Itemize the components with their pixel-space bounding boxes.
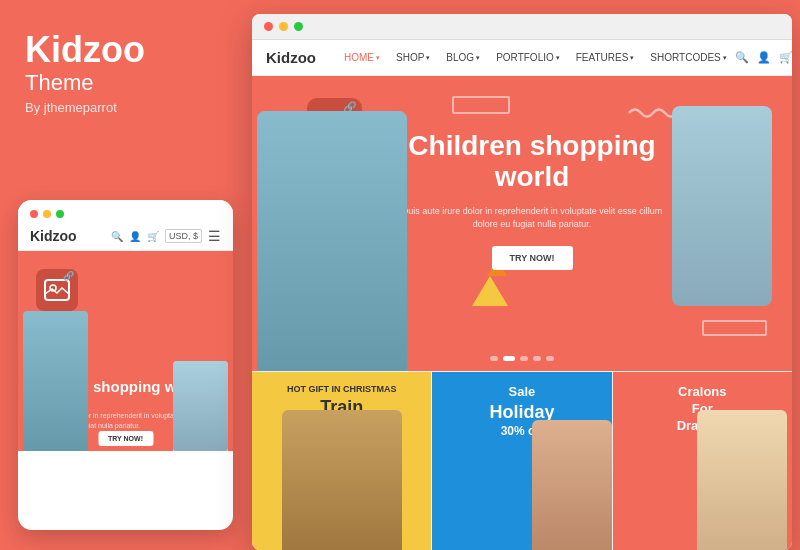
deco-rect-top <box>452 96 510 114</box>
mobile-hero-logo: 🔗 <box>36 269 78 311</box>
mobile-hero: 🔗 Children shopping world Duis aute irur… <box>18 251 233 451</box>
site-hero: 🔗 ‹ Children shopping world Duis aute ir… <box>252 76 792 371</box>
browser-mockup: Kidzoo HOME ▾ SHOP ▾ BLOG ▾ PORTFOLIO ▾ … <box>252 14 792 550</box>
site-nav: Kidzoo HOME ▾ SHOP ▾ BLOG ▾ PORTFOLIO ▾ … <box>252 40 792 76</box>
hero-content: Children shopping world Duis aute irure … <box>392 131 672 270</box>
hero-carousel-dots <box>490 356 554 361</box>
nav-cart-icon[interactable]: 🛒 <box>779 51 792 64</box>
nav-right-icons: 🔍 👤 🛒 USD, $ <box>735 45 792 71</box>
nav-items: HOME ▾ SHOP ▾ BLOG ▾ PORTFOLIO ▾ FEATURE… <box>336 52 735 63</box>
mobile-user-icon[interactable]: 👤 <box>129 231 141 242</box>
site-logo: Kidzoo <box>266 49 316 66</box>
mobile-dot-red <box>30 210 38 218</box>
nav-item-home[interactable]: HOME ▾ <box>336 52 388 63</box>
nav-search-icon[interactable]: 🔍 <box>735 51 749 64</box>
nav-caret-blog: ▾ <box>476 54 480 62</box>
deco-triangle-yellow <box>472 276 508 306</box>
hero-dot-4[interactable] <box>533 356 541 361</box>
nav-caret-portfolio: ▾ <box>556 54 560 62</box>
hero-dot-5[interactable] <box>546 356 554 361</box>
product-card-cralons[interactable]: Cralons For Drawing <box>613 372 792 550</box>
product-card-train[interactable]: HOT GIFT IN CHRISTMAS Train <box>252 372 432 550</box>
nav-item-portfolio[interactable]: PORTFOLIO ▾ <box>488 52 568 63</box>
nav-item-shop[interactable]: SHOP ▾ <box>388 52 438 63</box>
hero-dot-1[interactable] <box>490 356 498 361</box>
mobile-search-icon[interactable]: 🔍 <box>111 231 123 242</box>
product-train-image <box>282 410 402 550</box>
browser-dot-yellow <box>279 22 288 31</box>
product-cralons-line1: Cralons <box>613 384 792 401</box>
nav-caret-features: ▾ <box>630 54 634 62</box>
product-cralons-image <box>697 410 787 550</box>
hero-baby-image <box>672 106 772 306</box>
brand-subtitle: Theme <box>25 70 223 96</box>
product-train-line1: HOT GIFT IN CHRISTMAS <box>252 384 431 396</box>
nav-item-features[interactable]: FEATURES ▾ <box>568 52 643 63</box>
brand-name: Kidzoo <box>25 30 223 70</box>
mobile-menu-icon[interactable]: ☰ <box>208 228 221 244</box>
mobile-mockup: Kidzoo 🔍 👤 🛒 USD, $ ☰ 🔗 Children shoppin… <box>18 200 233 530</box>
mobile-cta-button[interactable]: TRY NOW! <box>98 431 153 446</box>
hero-girl-image <box>257 111 407 371</box>
nav-caret-shop: ▾ <box>426 54 430 62</box>
nav-user-icon[interactable]: 👤 <box>757 51 771 64</box>
mobile-browser-dots <box>18 200 233 224</box>
mobile-cart-icon[interactable]: 🛒 <box>147 231 159 242</box>
mobile-dot-yellow <box>43 210 51 218</box>
browser-dot-green <box>294 22 303 31</box>
mobile-header: Kidzoo 🔍 👤 🛒 USD, $ ☰ <box>18 224 233 251</box>
mobile-dot-green <box>56 210 64 218</box>
hero-dot-2[interactable] <box>503 356 515 361</box>
mobile-hero-girl <box>23 311 88 451</box>
nav-item-blog[interactable]: BLOG ▾ <box>438 52 488 63</box>
browser-chrome <box>252 14 792 40</box>
hero-title: Children shopping world <box>392 131 672 193</box>
mobile-currency[interactable]: USD, $ <box>165 229 202 243</box>
hero-desc: Duis aute irure dolor in reprehenderit i… <box>392 205 672 232</box>
mobile-nav-icons: 🔍 👤 🛒 USD, $ ☰ <box>111 228 221 244</box>
hero-dot-3[interactable] <box>520 356 528 361</box>
nav-caret-home: ▾ <box>376 54 380 62</box>
deco-rect-bottom <box>702 320 767 336</box>
hero-cta-button[interactable]: TRY NOW! <box>492 246 573 270</box>
products-row: HOT GIFT IN CHRISTMAS Train Sale Holiday… <box>252 371 792 550</box>
nav-caret-shortcodes: ▾ <box>723 54 727 62</box>
mobile-hero-baby <box>173 361 228 451</box>
brand-author: By jthemeparrot <box>25 100 223 115</box>
product-sale-image <box>532 420 612 550</box>
product-sale-line1: Sale <box>432 384 611 401</box>
browser-dot-red <box>264 22 273 31</box>
mobile-logo: Kidzoo <box>30 228 77 244</box>
product-card-sale[interactable]: Sale Holiday 30% off <box>432 372 612 550</box>
nav-item-shortcodes[interactable]: SHORTCODES ▾ <box>642 52 734 63</box>
